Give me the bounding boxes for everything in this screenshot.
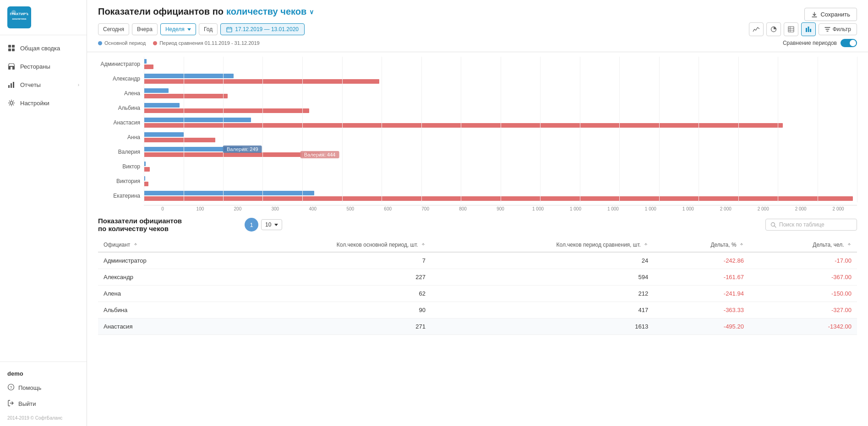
bar-blue-3 — [144, 103, 180, 108]
legend-main: Основной период — [98, 40, 146, 46]
btn-week[interactable]: Неделя — [160, 23, 196, 35]
bar-group-9 — [144, 189, 857, 203]
cell-comparison: 1613 — [431, 318, 654, 335]
main-area: Показатели официантов по количеству чеко… — [87, 0, 868, 426]
x-tick: 1 000 — [519, 205, 557, 211]
per-page-select[interactable]: 10 — [261, 219, 282, 230]
col-delta-pct[interactable]: Дельта, % — [654, 238, 749, 252]
cell-delta-num: -367.00 — [749, 269, 857, 286]
week-chevron-icon — [187, 28, 191, 31]
table-body: Администратор 7 24 -242.86 -17.00 Алекса… — [98, 252, 857, 335]
bar-group-1 — [144, 71, 857, 86]
data-table: Официант Кол.чеков основной период, шт. … — [98, 238, 857, 335]
svg-rect-5 — [12, 45, 15, 48]
legend-red-dot — [153, 41, 157, 45]
table-row: Алена 62 212 -241.94 -150.00 — [98, 286, 857, 302]
pagination: 1 10 — [245, 218, 282, 232]
sidebar-item-summary[interactable]: Общая сводка — [0, 39, 87, 57]
bar-group-3 — [144, 101, 857, 115]
grid-icon — [7, 44, 16, 52]
bar-red-2 — [144, 94, 228, 98]
x-tick: 500 — [332, 205, 369, 211]
table-search[interactable]: Поиск по таблице — [765, 219, 857, 231]
btn-today[interactable]: Сегодня — [98, 23, 129, 35]
bar-group-4 — [144, 115, 857, 130]
chart-container: АдминистраторАлександрАленаАльбинаАнаста… — [98, 57, 857, 211]
svg-rect-6 — [8, 49, 11, 51]
x-tick: 600 — [369, 205, 407, 211]
bar-red-3 — [144, 108, 309, 113]
sidebar-item-reports[interactable]: Отчеты › — [0, 75, 87, 94]
logout-label: Выйти — [18, 400, 36, 407]
col-comparison-period[interactable]: Кол.чеков период сравнения, шт. — [431, 238, 654, 252]
filter-icon — [824, 27, 830, 32]
comparison-toggle-switch[interactable] — [841, 39, 857, 47]
sidebar-label-reports: Отчеты — [20, 81, 41, 88]
logo-icon: ТРАКТИРЪ аналитика — [7, 6, 31, 28]
cell-delta-pct: -363.33 — [654, 302, 749, 318]
chart-table-btn[interactable] — [784, 22, 798, 36]
arrow-icon: › — [78, 82, 79, 87]
chart-line-btn[interactable] — [749, 22, 764, 36]
sidebar-item-restaurants[interactable]: Рестораны — [0, 57, 87, 75]
chart-label: Екатерина — [98, 189, 144, 203]
bar-blue-8 — [144, 176, 145, 181]
logout-icon — [7, 399, 15, 408]
toolbar: Сегодня Вчера Неделя Год 17.12.2019 — 13… — [98, 22, 857, 36]
x-tick: 300 — [257, 205, 294, 211]
bar-red-6 — [144, 152, 320, 157]
svg-rect-4 — [8, 45, 11, 48]
legend-comparison: Период сравнения 01.11.2019 - 31.12.2019 — [153, 40, 260, 46]
chart-label: Администратор — [98, 57, 144, 71]
store-icon — [7, 62, 16, 70]
chart-pie-btn[interactable] — [766, 22, 781, 36]
page-title: Показатели официантов по количеству чеко… — [98, 6, 314, 17]
x-tick: 900 — [482, 205, 519, 211]
bar-red-0 — [144, 65, 153, 69]
col-main-period[interactable]: Кол.чеков основной период, шт. — [215, 238, 431, 252]
x-tick: 100 — [181, 205, 219, 211]
help-label: Помощь — [18, 384, 41, 391]
bar-red-5 — [144, 138, 215, 142]
bar-blue-2 — [144, 88, 169, 93]
table-head: Официант Кол.чеков основной период, шт. … — [98, 238, 857, 252]
btn-yesterday[interactable]: Вчера — [132, 23, 158, 35]
table-title: Показатели официантов по количеству чеко… — [98, 217, 190, 232]
x-tick: 2 000 — [744, 205, 782, 211]
cell-main: 7 — [215, 252, 431, 269]
cell-delta-pct: -495.20 — [654, 318, 749, 335]
cell-name: Администратор — [98, 252, 215, 269]
chart-label: Виктория — [98, 174, 144, 189]
copyright: 2014-2019 © СофтБаланс — [7, 412, 79, 421]
btn-year[interactable]: Год — [199, 23, 218, 35]
col-delta-num[interactable]: Дельта, чел. — [749, 238, 857, 252]
svg-rect-7 — [12, 49, 15, 51]
sort-icon3 — [644, 242, 648, 247]
bar-group-6 — [144, 145, 857, 159]
legend-blue-dot — [98, 41, 102, 45]
bar-red-1 — [144, 79, 379, 84]
col-name[interactable]: Официант — [98, 238, 215, 252]
cell-name: Анастасия — [98, 318, 215, 335]
sidebar-label-restaurants: Рестораны — [20, 63, 50, 70]
cell-name: Алена — [98, 286, 215, 302]
cell-main: 227 — [215, 269, 431, 286]
chart-bar-btn[interactable] — [801, 22, 816, 36]
svg-text:аналитика: аналитика — [12, 17, 27, 20]
logout-link[interactable]: Выйти — [7, 396, 79, 412]
bar-group-7 — [144, 159, 857, 174]
date-range-btn[interactable]: 17.12.2019 — 13.01.2020 — [220, 23, 305, 35]
cell-main: 62 — [215, 286, 431, 302]
save-button[interactable]: Сохранить — [804, 8, 857, 21]
x-tick: 700 — [407, 205, 444, 211]
title-highlight: количеству чеков — [226, 6, 306, 17]
table-row: Александр 227 594 -161.67 -367.00 — [98, 269, 857, 286]
title-chevron-icon[interactable]: ∨ — [309, 8, 314, 16]
sidebar-item-settings[interactable]: Настройки — [0, 94, 87, 112]
calendar-icon — [226, 27, 232, 32]
table-header-row: Показатели официантов по количеству чеко… — [98, 217, 857, 232]
current-page[interactable]: 1 — [245, 218, 258, 232]
help-link[interactable]: ? Помощь — [7, 380, 79, 396]
sort-icon5 — [847, 242, 852, 247]
filter-button[interactable]: Фильтр — [819, 23, 857, 35]
